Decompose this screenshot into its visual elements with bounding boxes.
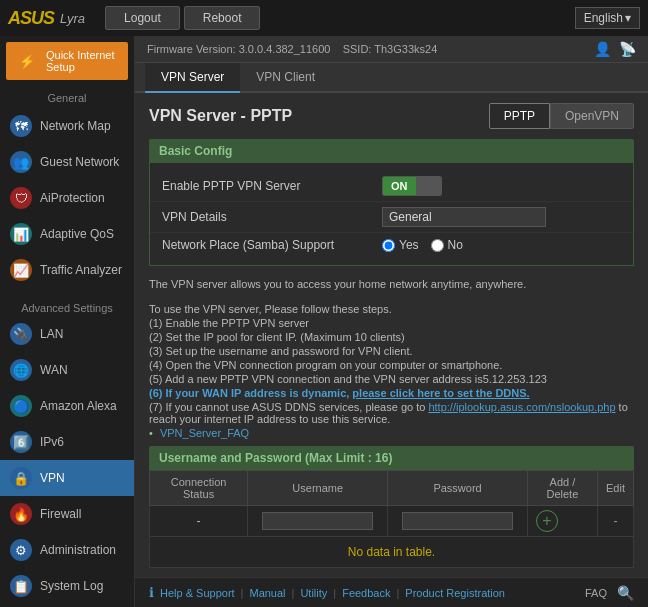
sidebar-item-lan[interactable]: 🔌 LAN: [0, 316, 134, 352]
sidebar-item-label: AiProtection: [40, 191, 105, 205]
feedback-link[interactable]: Feedback: [342, 587, 390, 599]
firewall-icon: 🔥: [10, 503, 32, 525]
sidebar-item-network-map[interactable]: 🗺 Network Map: [0, 108, 134, 144]
help-support-link[interactable]: Help & Support: [160, 587, 235, 599]
sidebar-item-aiprotection[interactable]: 🛡 AiProtection: [0, 180, 134, 216]
tab-vpn-client[interactable]: VPN Client: [240, 63, 331, 93]
step-5: (5) Add a new PPTP VPN connection and th…: [149, 372, 634, 386]
product-reg-link[interactable]: Product Registration: [405, 587, 505, 599]
no-data-message: No data in table.: [149, 537, 634, 568]
ddns-link[interactable]: please click here to set the DDNS.: [352, 387, 529, 399]
col-add-delete: Add / Delete: [527, 470, 597, 505]
utility-link[interactable]: Utility: [300, 587, 327, 599]
bullet-icon: •: [149, 427, 153, 439]
vpn-details-row: VPN Details: [150, 202, 633, 233]
network-place-radio: Yes No: [382, 238, 463, 252]
bottom-right: FAQ 🔍: [585, 585, 634, 601]
sidebar-item-system-log[interactable]: 📋 System Log: [0, 568, 134, 604]
radio-yes[interactable]: Yes: [382, 238, 419, 252]
chevron-down-icon: ▾: [625, 11, 631, 25]
col-edit: Edit: [597, 470, 633, 505]
radio-no[interactable]: No: [431, 238, 463, 252]
faq-button[interactable]: FAQ: [585, 587, 607, 599]
sidebar-item-ipv6[interactable]: 6️⃣ IPv6: [0, 424, 134, 460]
sidebar-item-traffic-analyzer[interactable]: 📈 Traffic Analyzer: [0, 252, 134, 288]
basic-config-body: Enable PPTP VPN Server ON VPN Details Ne…: [149, 163, 634, 266]
enable-pptp-toggle[interactable]: ON: [382, 176, 442, 196]
traffic-analyzer-icon: 📈: [10, 259, 32, 281]
openvpn-button[interactable]: OpenVPN: [550, 103, 634, 129]
add-delete-cell: +: [527, 505, 597, 536]
manual-link[interactable]: Manual: [249, 587, 285, 599]
add-button[interactable]: +: [536, 510, 558, 532]
advanced-settings-title: Advanced Settings: [0, 296, 134, 316]
language-label: English: [584, 11, 623, 25]
sidebar-item-label: VPN: [40, 471, 65, 485]
tab-bar: VPN Server VPN Client: [135, 63, 648, 93]
username-input[interactable]: [262, 512, 373, 530]
radio-no-label: No: [448, 238, 463, 252]
steps-list: To use the VPN server, Please follow the…: [149, 302, 634, 440]
reboot-button[interactable]: Reboot: [184, 6, 261, 30]
sidebar-item-vpn[interactable]: 🔒 VPN: [0, 460, 134, 496]
sidebar: ⚡ Quick Internet Setup General 🗺 Network…: [0, 36, 135, 607]
sidebar-item-label: Adaptive QoS: [40, 227, 114, 241]
step-3: (3) Set up the username and password for…: [149, 344, 634, 358]
system-log-icon: 📋: [10, 575, 32, 597]
network-map-icon: 🗺: [10, 115, 32, 137]
adaptive-qos-icon: 📊: [10, 223, 32, 245]
network-place-label: Network Place (Samba) Support: [162, 238, 382, 252]
vpn-details-input[interactable]: [382, 207, 546, 227]
sidebar-item-administration[interactable]: ⚙ Administration: [0, 532, 134, 568]
sidebar-item-label: LAN: [40, 327, 63, 341]
faq-link[interactable]: VPN_Server_FAQ: [160, 427, 249, 439]
notification-icon[interactable]: 📡: [619, 41, 636, 57]
top-bar: ASUS Lyra Logout Reboot English ▾: [0, 0, 648, 36]
password-cell: [388, 505, 528, 536]
vpn-type-buttons: PPTP OpenVPN: [489, 103, 634, 129]
step-2: (2) Set the IP pool for client IP. (Maxi…: [149, 330, 634, 344]
sidebar-item-firewall[interactable]: 🔥 Firewall: [0, 496, 134, 532]
sidebar-item-label: Traffic Analyzer: [40, 263, 122, 277]
bottom-bar: ℹ Help & Support | Manual | Utility | Fe…: [135, 577, 648, 607]
logout-button[interactable]: Logout: [105, 6, 180, 30]
edit-dash: -: [613, 514, 617, 528]
step-6: (6) If your WAN IP address is dynamic, p…: [149, 386, 634, 400]
guest-network-icon: 👥: [10, 151, 32, 173]
wan-icon: 🌐: [10, 359, 32, 381]
sidebar-item-label: Amazon Alexa: [40, 399, 117, 413]
main-layout: ⚡ Quick Internet Setup General 🗺 Network…: [0, 36, 648, 607]
content-area: Firmware Version: 3.0.0.4.382_11600 SSID…: [135, 36, 648, 607]
sidebar-item-wan[interactable]: 🌐 WAN: [0, 352, 134, 388]
table-row: - + -: [150, 505, 634, 536]
administration-icon: ⚙: [10, 539, 32, 561]
iplookup-link[interactable]: http://iplookup.asus.com/nslookup.php: [428, 401, 615, 413]
sidebar-item-quick-setup[interactable]: ⚡ Quick Internet Setup: [6, 42, 128, 80]
pptp-button[interactable]: PPTP: [489, 103, 550, 129]
vpn-title-row: VPN Server - PPTP PPTP OpenVPN: [149, 103, 634, 129]
password-input[interactable]: [402, 512, 512, 530]
firmware-version: Firmware Version: 3.0.0.4.382_11600 SSID…: [147, 43, 437, 55]
sidebar-item-guest-network[interactable]: 👥 Guest Network: [0, 144, 134, 180]
firmware-icons: 👤 📡: [594, 41, 636, 57]
product-name: Lyra: [60, 11, 85, 26]
language-selector[interactable]: English ▾: [575, 7, 640, 29]
page-content: VPN Server - PPTP PPTP OpenVPN Basic Con…: [135, 93, 648, 577]
sidebar-item-label: WAN: [40, 363, 68, 377]
ipv6-icon: 6️⃣: [10, 431, 32, 453]
step-4: (4) Open the VPN connection program on y…: [149, 358, 634, 372]
sidebar-item-label: Network Map: [40, 119, 111, 133]
user-icon[interactable]: 👤: [594, 41, 611, 57]
lan-icon: 🔌: [10, 323, 32, 345]
basic-config-header: Basic Config: [149, 139, 634, 163]
search-icon[interactable]: 🔍: [617, 585, 634, 601]
edit-cell: -: [597, 505, 633, 536]
network-place-row: Network Place (Samba) Support Yes No: [150, 233, 633, 257]
tab-vpn-server[interactable]: VPN Server: [145, 63, 240, 93]
step-intro: To use the VPN server, Please follow the…: [149, 302, 634, 316]
firmware-bar: Firmware Version: 3.0.0.4.382_11600 SSID…: [135, 36, 648, 63]
sidebar-item-amazon-alexa[interactable]: 🔵 Amazon Alexa: [0, 388, 134, 424]
sidebar-item-label: Administration: [40, 543, 116, 557]
sidebar-item-adaptive-qos[interactable]: 📊 Adaptive QoS: [0, 216, 134, 252]
step-7: (7) If you cannot use ASUS DDNS services…: [149, 400, 634, 426]
